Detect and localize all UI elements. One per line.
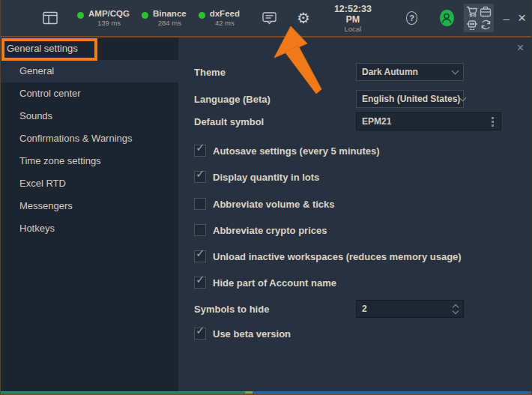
sidebar-item-control-center[interactable]: Control center [1, 82, 178, 105]
checkbox-label: Hide part of Account name [213, 277, 336, 289]
setting-label: Language (Beta) [194, 94, 356, 105]
sidebar-item-time-zone-settings[interactable]: Time zone settings [1, 150, 178, 172]
sidebar-item-hotkeys[interactable]: Hotkeys [1, 217, 178, 240]
cart-icon[interactable] [465, 5, 479, 18]
connection-status-binance[interactable]: Binance 284 ms [142, 9, 187, 27]
app-window: AMP/CQG 139 ms Binance 284 ms dxFeed 42 … [0, 0, 532, 395]
checkbox-label: Use beta version [213, 328, 291, 340]
checkmark-icon: ✓ [196, 273, 205, 286]
minimize-button[interactable]: – [500, 0, 513, 36]
checkmark-icon: ✓ [196, 324, 205, 337]
checkbox-label: Unload inactive workspaces (reduces memo… [213, 251, 462, 262]
input-value: 2 [362, 304, 367, 314]
refresh-icon[interactable] [479, 18, 492, 31]
sidebar-item-label: Control center [19, 88, 81, 99]
bottom-strip-top [1, 391, 531, 394]
checkbox-label: Abbreviate volume & ticks [213, 199, 335, 210]
time-value: 12:52:33 PM [328, 4, 378, 25]
dropdown-value: English (United States) [362, 94, 460, 104]
connection-latency: 139 ms [88, 19, 130, 27]
connection-status-list: AMP/CQG 139 ms Binance 284 ms dxFeed 42 … [77, 9, 240, 27]
chevron-down-icon [459, 94, 467, 101]
checkbox[interactable]: ✓ [194, 277, 206, 289]
settings-gear-icon[interactable]: ⚙ [297, 10, 310, 25]
setting-row-hide-part-of-account-name: ✓ Hide part of Account name [194, 277, 531, 289]
setting-row-unload-inactive-workspaces-reduces-memory-usage: ✓ Unload inactive workspaces (reduces me… [194, 250, 531, 262]
sidebar-item-list: General Control center Sounds Confirmati… [1, 60, 178, 240]
checkmark-icon: ✓ [196, 247, 205, 260]
sidebar-item-label: Hotkeys [19, 223, 55, 234]
bottom-edge-strip [1, 391, 531, 395]
checkbox[interactable]: ✓ [194, 224, 206, 236]
bottom-strip-teal [1, 391, 245, 394]
dropdown[interactable]: Dark Autumn [356, 63, 464, 81]
input-value: EPM21 [362, 116, 391, 127]
settings-sidebar: General settings General Control center … [1, 37, 178, 391]
connection-name: AMP/CQG [88, 9, 130, 19]
connection-name: dxFeed [210, 9, 240, 19]
setting-row-abbreviate-volume-ticks: ✓ Abbreviate volume & ticks [194, 198, 531, 210]
robot-icon[interactable] [465, 18, 479, 31]
connection-name: Binance [153, 9, 187, 19]
dropdown[interactable]: English (United States) [356, 90, 464, 108]
checkbox-label: Abbreviate crypto prices [213, 225, 327, 236]
setting-row-language-beta: Language (Beta) English (United States) [194, 90, 531, 108]
sidebar-item-excel-rtd[interactable]: Excel RTD [1, 172, 178, 195]
dropdown-value: Dark Autumn [362, 67, 418, 77]
connection-status-dxfeed[interactable]: dxFeed 42 ms [199, 9, 240, 27]
bottom-strip-blue [253, 391, 531, 394]
sidebar-item-general[interactable]: General [1, 60, 178, 82]
workspace-layout-icon[interactable] [43, 11, 58, 25]
kebab-menu-icon[interactable] [490, 115, 495, 128]
sidebar-header: General settings [1, 37, 178, 60]
time-zone-label: Local [328, 25, 378, 33]
sidebar-item-label: Excel RTD [19, 178, 66, 189]
setting-row-theme: Theme Dark Autumn [194, 63, 531, 81]
checkmark-icon: ✓ [196, 141, 205, 154]
chevron-down-icon [452, 67, 459, 74]
topbar: AMP/CQG 139 ms Binance 284 ms dxFeed 42 … [1, 0, 531, 36]
chat-icon[interactable] [262, 12, 276, 25]
checkbox[interactable]: ✓ [194, 145, 206, 157]
bottom-strip-notch [245, 391, 253, 394]
setting-label: Theme [194, 67, 356, 78]
setting-row-abbreviate-crypto-prices: ✓ Abbreviate crypto prices [194, 224, 531, 236]
setting-row-display-quantity-in-lots: ✓ Display quantity in lots [194, 171, 531, 183]
setting-label: Symbols to hide [194, 304, 356, 315]
sidebar-item-label: Messengers [19, 200, 73, 211]
checkmark-icon: ✓ [196, 167, 205, 181]
connection-latency: 284 ms [153, 19, 187, 27]
status-dot-icon [77, 12, 84, 19]
sidebar-item-confirmations-warnings[interactable]: Confirmations & Warnings [1, 127, 178, 150]
sidebar-item-label: Sounds [19, 110, 52, 121]
checkbox[interactable]: ✓ [194, 250, 206, 262]
connection-latency: 42 ms [210, 19, 240, 27]
close-button[interactable]: × [513, 0, 531, 36]
checkbox[interactable]: ✓ [194, 171, 206, 183]
user-avatar[interactable] [440, 10, 453, 26]
status-dot-icon [199, 12, 205, 19]
setting-label: Default symbol [194, 116, 356, 127]
text-input[interactable]: EPM21 [356, 112, 501, 130]
sidebar-item-label: Time zone settings [19, 155, 101, 166]
connection-status-amp-cqg[interactable]: AMP/CQG 139 ms [77, 9, 130, 27]
sidebar-item-label: General [19, 65, 54, 76]
general-settings-panel: × Theme Dark Autumn Language (Beta) Engl… [178, 37, 531, 391]
checkbox-label: Autosave settings (every 5 minutes) [213, 145, 380, 157]
quick-icons-box [464, 4, 495, 32]
panel-close-icon[interactable]: × [517, 42, 524, 54]
clock: 12:52:33 PM Local [328, 4, 378, 33]
spinner [453, 305, 458, 313]
setting-row-default-symbol: Default symbol EPM21 [194, 112, 531, 130]
checkbox[interactable]: ✓ [194, 328, 206, 340]
settings-rows: Theme Dark Autumn Language (Beta) Englis… [194, 63, 531, 340]
status-dot-icon [142, 12, 148, 19]
setting-row-autosave-settings-every-5-minutes: ✓ Autosave settings (every 5 minutes) [194, 145, 531, 157]
help-icon[interactable]: ? [406, 11, 417, 25]
sidebar-item-sounds[interactable]: Sounds [1, 105, 178, 127]
briefcase-icon[interactable] [479, 5, 492, 18]
number-input[interactable]: 2 [356, 300, 464, 318]
checkbox[interactable]: ✓ [194, 198, 206, 210]
checkbox-label: Display quantity in lots [213, 172, 319, 183]
sidebar-item-messengers[interactable]: Messengers [1, 195, 178, 217]
